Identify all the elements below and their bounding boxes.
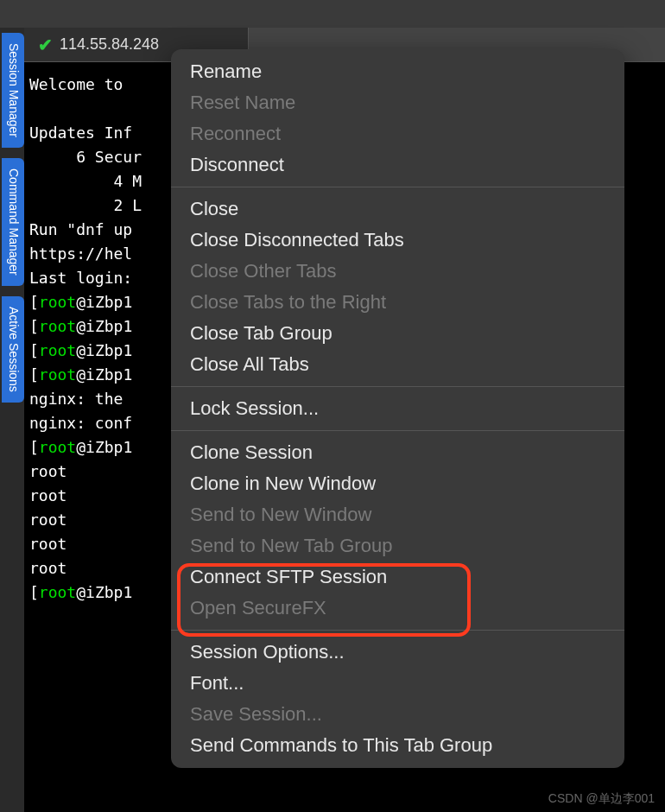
menu-close-disconnected[interactable]: Close Disconnected Tabs — [171, 225, 624, 256]
menu-separator — [171, 630, 624, 631]
menu-reset-name: Reset Name — [171, 87, 624, 118]
menu-separator — [171, 386, 624, 387]
menu-close-other: Close Other Tabs — [171, 256, 624, 287]
menu-separator — [171, 430, 624, 431]
menu-session-options[interactable]: Session Options... — [171, 637, 624, 668]
menu-close-group[interactable]: Close Tab Group — [171, 318, 624, 349]
side-tab-active-sessions[interactable]: Active Sessions — [2, 296, 24, 403]
menu-lock-session[interactable]: Lock Session... — [171, 393, 624, 424]
menu-save-session: Save Session... — [171, 699, 624, 730]
menu-font[interactable]: Font... — [171, 668, 624, 699]
menu-close-all[interactable]: Close All Tabs — [171, 349, 624, 380]
menu-connect-sftp[interactable]: Connect SFTP Session — [171, 561, 624, 593]
watermark: CSDN @单边李001 — [548, 791, 655, 807]
menu-send-new-window: Send to New Window — [171, 499, 624, 530]
window-titlebar — [0, 0, 665, 28]
menu-clone-session[interactable]: Clone Session — [171, 437, 624, 468]
tab-ip: 114.55.84.248 — [60, 35, 159, 54]
menu-clone-new-window[interactable]: Clone in New Window — [171, 468, 624, 499]
menu-open-securefx: Open SecureFX — [171, 593, 624, 624]
menu-close-right: Close Tabs to the Right — [171, 287, 624, 318]
connected-icon: ✔ — [38, 35, 53, 55]
tab-context-menu: Rename Reset Name Reconnect Disconnect C… — [171, 49, 624, 768]
side-tab-command-manager[interactable]: Command Manager — [2, 158, 24, 286]
side-tabs: Session Manager Command Manager Active S… — [0, 28, 24, 812]
menu-send-new-tab-group: Send to New Tab Group — [171, 530, 624, 561]
menu-separator — [171, 187, 624, 187]
menu-send-commands-group[interactable]: Send Commands to This Tab Group — [171, 730, 624, 761]
menu-close[interactable]: Close — [171, 193, 624, 225]
side-tab-session-manager[interactable]: Session Manager — [2, 33, 24, 148]
menu-reconnect: Reconnect — [171, 118, 624, 149]
menu-disconnect[interactable]: Disconnect — [171, 149, 624, 181]
menu-rename[interactable]: Rename — [171, 56, 624, 87]
